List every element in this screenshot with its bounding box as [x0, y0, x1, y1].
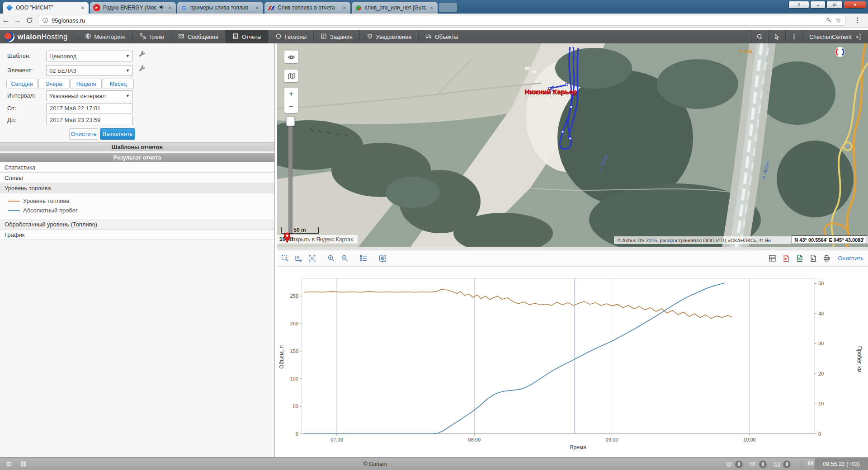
browser-tab[interactable]: слив_это_или_нет [Gurta✕: [352, 2, 438, 14]
pointer-tool-icon[interactable]: [768, 30, 785, 43]
key-icon[interactable]: [826, 17, 832, 24]
zoom-select-icon[interactable]: [279, 253, 291, 264]
fuel-chart[interactable]: 07:0008:0009:0010:0005010015020025001020…: [277, 267, 868, 457]
from-input[interactable]: [46, 103, 133, 113]
maximize-button[interactable]: [826, 1, 843, 9]
map-canvas[interactable]: Нижний Карьер Р-305 р. Аргун р. Аргун: [277, 43, 868, 247]
pdf-icon[interactable]: [780, 253, 792, 264]
quick-interval-button[interactable]: Неделя: [71, 79, 102, 89]
report-templates-header[interactable]: Шаблоны отчетов: [0, 142, 274, 151]
template-select[interactable]: Цемзавод▼: [46, 51, 133, 61]
export-icon[interactable]: [807, 253, 819, 264]
log-book-icon[interactable]: [807, 460, 815, 469]
quick-interval-button[interactable]: Вчера: [38, 79, 70, 89]
browser-tab[interactable]: Gпримеры слива топлив✕: [177, 2, 263, 14]
chart-clear-link[interactable]: Очистить: [838, 255, 863, 262]
tab-close-icon[interactable]: ✕: [429, 5, 434, 10]
legend-label: Уровень топлива: [23, 197, 70, 204]
unit-select[interactable]: 02 БЕЛАЗ▼: [46, 65, 133, 76]
nav-item-объекты[interactable]: Объекты: [418, 30, 465, 43]
tab-close-icon[interactable]: ✕: [167, 5, 173, 10]
chevron-down-icon: ▼: [126, 68, 130, 73]
nav-item-задания[interactable]: Задания: [313, 30, 359, 43]
layout-grid-icon[interactable]: [17, 460, 29, 469]
nav-item-отчеты[interactable]: Отчеты: [225, 30, 268, 43]
search-icon[interactable]: [751, 30, 768, 43]
url-input[interactable]: [52, 17, 823, 24]
quick-interval-button[interactable]: Месяц: [103, 79, 134, 89]
site-info-icon[interactable]: [42, 17, 48, 24]
report-result-header[interactable]: Результат отчета: [0, 153, 274, 162]
report-row[interactable]: Уровень топлива: [0, 183, 274, 193]
browser-tab[interactable]: Слив топлива в отчета✕: [264, 2, 350, 14]
browser-tab[interactable]: ООО "НИСМТ"✕: [3, 2, 89, 14]
browser-menu-icon[interactable]: [852, 14, 863, 26]
tab-close-icon[interactable]: ✕: [255, 5, 260, 10]
nav-item-мониторинг[interactable]: Мониторинг: [78, 30, 132, 43]
unit-label: Элемент:: [7, 67, 33, 74]
zoom-slider-track[interactable]: [288, 119, 292, 234]
minimize-button[interactable]: [810, 1, 826, 9]
new-tab-button[interactable]: [439, 3, 457, 12]
left-tick-label: 250: [290, 293, 298, 299]
more-menu-icon[interactable]: [785, 30, 802, 43]
nav-item-геозоны[interactable]: Геозоны: [268, 30, 313, 43]
tab-close-icon[interactable]: ✕: [80, 5, 85, 10]
forward-icon[interactable]: →: [12, 14, 24, 26]
nav-item-треки[interactable]: Треки: [132, 30, 171, 43]
zoom-slider-handle[interactable]: [286, 117, 295, 126]
zoom-out-button[interactable]: −: [284, 100, 298, 113]
map-chart-splitter[interactable]: [277, 247, 868, 250]
visibility-eye-button[interactable]: [284, 51, 298, 63]
logout-icon[interactable]: [855, 34, 862, 40]
unit-settings-icon[interactable]: [138, 65, 146, 73]
report-row[interactable]: График: [0, 230, 274, 240]
quick-interval-button[interactable]: Сегодня: [6, 79, 38, 89]
zoom-out-icon[interactable]: [339, 253, 350, 264]
map-scale-ft-row: 100 ft Открыть в Яндекс.Картах: [277, 235, 358, 244]
to-input[interactable]: [46, 115, 133, 125]
chart-legend: Уровень топливаАбсолютный пробег: [0, 193, 274, 219]
fit-icon[interactable]: [306, 253, 318, 264]
back-icon[interactable]: ←: [0, 14, 12, 26]
zoom-in-icon[interactable]: [325, 253, 337, 264]
map-layers-button[interactable]: [284, 70, 298, 82]
yandex-logo-icon[interactable]: [835, 47, 845, 57]
report-table-icon[interactable]: [766, 253, 778, 264]
road-label: Р-305: [739, 49, 752, 54]
user-menu[interactable]: ChechenCement: [802, 30, 868, 43]
report-row[interactable]: Сливы: [0, 173, 274, 183]
report-row[interactable]: Обработанный уровень (Топливо): [0, 219, 274, 230]
interval-select[interactable]: Указанный интервал▼: [46, 90, 133, 101]
profile-button[interactable]: [788, 1, 809, 9]
nav-item-сообщения[interactable]: Сообщения: [171, 30, 225, 43]
apps-grid-icon[interactable]: [3, 460, 14, 469]
tracking-icon[interactable]: [377, 253, 388, 264]
map-view[interactable]: Нижний Карьер Р-305 р. Аргун р. Аргун + …: [277, 43, 868, 247]
execute-button[interactable]: Выполнить: [100, 128, 135, 140]
nav-item-уведомления[interactable]: Уведомления: [359, 30, 418, 43]
tab-close-icon[interactable]: ✕: [342, 5, 347, 10]
reload-icon[interactable]: [24, 14, 35, 26]
print-icon[interactable]: [821, 253, 832, 264]
legend-list-icon[interactable]: [358, 253, 369, 264]
chart-area[interactable]: 07:0008:0009:0010:0005010015020025001020…: [277, 267, 868, 457]
browser-tab[interactable]: ▶Радио ENERGY (Мос✕: [90, 2, 176, 14]
interval-label: Интервал:: [7, 92, 35, 99]
template-label: Шаблон:: [7, 52, 31, 59]
excel-icon[interactable]: [793, 253, 805, 264]
template-settings-icon[interactable]: [138, 51, 146, 58]
zoom-x-icon[interactable]: [292, 253, 304, 264]
messages-icon: [178, 33, 184, 41]
report-row[interactable]: Статистика: [0, 162, 274, 173]
geofences-icon: [275, 33, 282, 41]
zoom-in-button[interactable]: +: [284, 88, 298, 100]
close-button[interactable]: [844, 1, 866, 9]
quick-interval-buttons: СегодняВчераНеделяМесяц: [6, 79, 134, 89]
clear-form-button[interactable]: Очистить: [69, 128, 98, 140]
chart-toolbar: Очистить: [277, 250, 868, 267]
x-axis-title: Время: [570, 444, 586, 451]
gurtam-copyright: © Gurtam: [363, 461, 387, 467]
url-box[interactable]: ☆: [38, 15, 845, 26]
bookmark-star-icon[interactable]: ☆: [835, 16, 841, 24]
